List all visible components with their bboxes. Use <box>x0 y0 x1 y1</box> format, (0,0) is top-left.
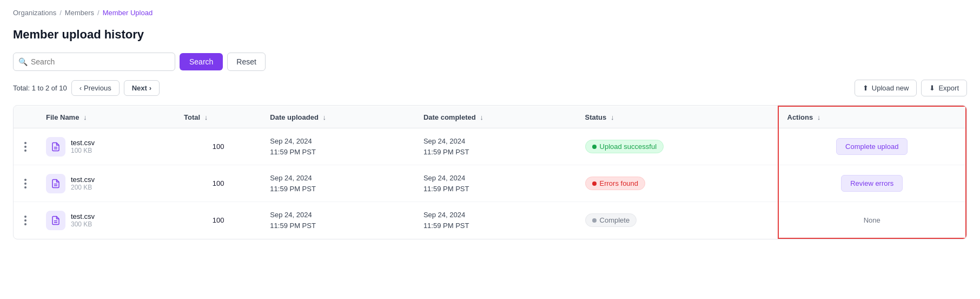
chevron-left-icon: ‹ <box>80 84 82 92</box>
sort-date-completed-icon: ↓ <box>480 113 484 121</box>
th-status[interactable]: Status ↓ <box>577 106 778 128</box>
date-uploaded-value-3: Sep 24, 202411:59 PM PST <box>270 210 406 231</box>
status-badge-1: Upload successful <box>585 140 664 153</box>
next-label: Next <box>132 84 147 92</box>
td-date-uploaded-3: Sep 24, 202411:59 PM PST <box>261 202 415 239</box>
status-badge-2: Errors found <box>585 177 646 190</box>
td-date-completed-1: Sep 24, 202411:59 PM PST <box>415 128 577 165</box>
export-label: Export <box>938 84 959 92</box>
search-input[interactable] <box>13 53 175 71</box>
file-name-3: test.csv <box>71 212 95 220</box>
th-file-name[interactable]: File Name ↓ <box>37 106 175 128</box>
td-date-completed-2: Sep 24, 202411:59 PM PST <box>415 165 577 202</box>
td-date-completed-3: Sep 24, 202411:59 PM PST <box>415 202 577 239</box>
three-dot-menu-3[interactable] <box>22 213 29 227</box>
file-info-1: test.csv 100 KB <box>46 137 167 157</box>
file-icon-3 <box>46 211 65 230</box>
sort-actions-icon: ↓ <box>817 113 821 121</box>
prev-label: Previous <box>84 84 111 92</box>
file-size-3: 300 KB <box>71 220 95 228</box>
total-label: Total: 1 to 2 of 10 <box>13 84 67 92</box>
th-total-label: Total <box>184 113 200 121</box>
table-wrapper: File Name ↓ Total ↓ Date uploaded ↓ Date… <box>13 105 967 239</box>
file-name-2: test.csv <box>71 176 95 184</box>
td-file-2: test.csv 200 KB <box>37 165 175 202</box>
th-file-name-label: File Name <box>46 113 79 121</box>
chevron-right-icon: › <box>149 84 151 92</box>
file-size-2: 200 KB <box>71 184 95 191</box>
reset-button[interactable]: Reset <box>227 53 266 71</box>
th-date-uploaded[interactable]: Date uploaded ↓ <box>261 106 415 128</box>
breadcrumb-members[interactable]: Members <box>65 9 94 17</box>
td-total-1: 100 <box>175 128 261 165</box>
breadcrumb-sep-1: / <box>59 9 62 17</box>
td-file-1: test.csv 100 KB <box>37 128 175 165</box>
breadcrumb-current: Member Upload <box>103 9 153 17</box>
status-label-3: Complete <box>600 216 630 224</box>
td-menu-2 <box>14 165 37 202</box>
th-actions-label: Actions <box>787 113 813 121</box>
td-date-uploaded-1: Sep 24, 202411:59 PM PST <box>261 128 415 165</box>
td-actions-3: None <box>778 202 966 239</box>
three-dot-menu-1[interactable] <box>22 140 29 154</box>
date-uploaded-value-1: Sep 24, 202411:59 PM PST <box>270 136 406 157</box>
upload-icon: ⬆ <box>863 84 869 92</box>
table-row: test.csv 300 KB 100 Sep 24, 202411:59 PM… <box>14 202 966 239</box>
status-dot-1 <box>592 145 597 149</box>
pagination-right: ⬆ Upload new ⬇ Export <box>855 80 967 96</box>
td-date-uploaded-2: Sep 24, 202411:59 PM PST <box>261 165 415 202</box>
status-label-2: Errors found <box>600 179 639 187</box>
sort-file-name-icon: ↓ <box>83 113 87 121</box>
page-wrapper: Organizations / Members / Member Upload … <box>0 0 980 248</box>
th-total[interactable]: Total ↓ <box>175 106 261 128</box>
td-status-2: Errors found <box>577 165 778 202</box>
upload-new-label: Upload new <box>872 84 909 92</box>
review-errors-button-2[interactable]: Review errors <box>841 175 903 192</box>
search-bar: 🔍 Search Reset <box>13 53 967 71</box>
date-completed-value-3: Sep 24, 202411:59 PM PST <box>423 210 568 231</box>
page-title: Member upload history <box>13 28 967 42</box>
th-menu <box>14 106 37 128</box>
prev-button[interactable]: ‹ Previous <box>71 80 120 96</box>
date-completed-value-2: Sep 24, 202411:59 PM PST <box>423 173 568 194</box>
th-date-completed[interactable]: Date completed ↓ <box>415 106 577 128</box>
table-row: test.csv 200 KB 100 Sep 24, 202411:59 PM… <box>14 165 966 202</box>
none-action-button-3: None <box>864 216 880 224</box>
status-label-1: Upload successful <box>600 142 657 151</box>
export-icon: ⬇ <box>929 84 935 92</box>
file-info-3: test.csv 300 KB <box>46 211 167 230</box>
breadcrumb: Organizations / Members / Member Upload <box>13 9 967 17</box>
status-dot-2 <box>592 181 597 186</box>
sort-total-icon: ↓ <box>204 113 208 121</box>
status-badge-3: Complete <box>585 213 637 227</box>
date-completed-value-1: Sep 24, 202411:59 PM PST <box>423 136 568 157</box>
uploads-table: File Name ↓ Total ↓ Date uploaded ↓ Date… <box>14 106 966 239</box>
td-actions-2: Review errors <box>778 165 966 202</box>
complete-upload-button-1[interactable]: Complete upload <box>836 138 908 155</box>
th-date-uploaded-label: Date uploaded <box>270 113 319 121</box>
table-row: test.csv 100 KB 100 Sep 24, 202411:59 PM… <box>14 128 966 165</box>
breadcrumb-organizations[interactable]: Organizations <box>13 9 56 17</box>
td-total-2: 100 <box>175 165 261 202</box>
date-uploaded-value-2: Sep 24, 202411:59 PM PST <box>270 173 406 194</box>
file-name-1: test.csv <box>71 139 95 147</box>
search-icon: 🔍 <box>18 57 28 66</box>
th-status-label: Status <box>585 113 607 121</box>
search-button[interactable]: Search <box>180 53 223 70</box>
th-actions[interactable]: Actions ↓ <box>778 106 966 128</box>
td-menu-3 <box>14 202 37 239</box>
three-dot-menu-2[interactable] <box>22 177 29 191</box>
pagination-row: Total: 1 to 2 of 10 ‹ Previous Next › ⬆ … <box>13 80 967 96</box>
pagination-left: Total: 1 to 2 of 10 ‹ Previous Next › <box>13 80 160 96</box>
export-button[interactable]: ⬇ Export <box>921 80 967 96</box>
file-icon-2 <box>46 174 65 193</box>
th-date-completed-label: Date completed <box>423 113 476 121</box>
upload-new-button[interactable]: ⬆ Upload new <box>855 80 917 96</box>
next-button[interactable]: Next › <box>124 80 160 96</box>
search-input-wrapper: 🔍 <box>13 53 175 71</box>
sort-date-uploaded-icon: ↓ <box>323 113 327 121</box>
td-total-3: 100 <box>175 202 261 239</box>
td-file-3: test.csv 300 KB <box>37 202 175 239</box>
file-icon-1 <box>46 137 65 157</box>
status-dot-3 <box>592 218 597 223</box>
